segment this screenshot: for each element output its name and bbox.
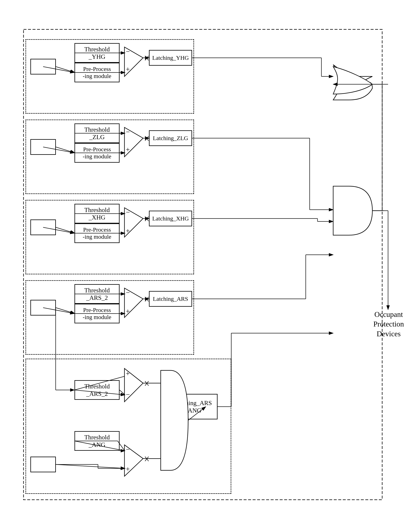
box-threshold-ars2b: Threshold_ARS_2 [74,380,120,400]
box-latching-ars: Latching_ARS [149,291,192,307]
box-xhg [30,220,56,235]
dashed-box-ang [26,359,231,494]
box-latching-xhg: Latching_XHG [149,211,192,226]
box-threshold-ang: Threshold_ANG [74,431,120,451]
box-preprocess-yhg: Pre-Process-ing module [74,63,120,82]
box-threshold-yhg: Threshold_YHG [74,43,120,63]
box-latching-yhg: Latching_YHG [149,50,192,66]
box-latching-zlg: Latching_ZLG [149,130,192,146]
box-ang [30,457,56,472]
box-ars [30,300,56,315]
box-preprocess-zlg: Pre-Process-ing module [74,143,120,163]
box-threshold-zlg: Threshold_ZLG [74,123,120,143]
box-preprocess-xhg: Pre-Process-ing module [74,223,120,243]
box-threshold-xhg: Threshold_XHG [74,204,120,223]
occupant-protection-label: OccupantProtectionDevices [367,310,410,339]
box-preprocess-ars: Pre-Process-ing module [74,304,120,323]
box-latching-ars-ang: Latching_ARS_ANG [168,394,218,419]
box-threshold-ars2a: Threshold_ARS_2 [74,284,120,304]
box-yhg [30,59,56,74]
page-title [0,0,420,8]
box-zlg [30,139,56,155]
